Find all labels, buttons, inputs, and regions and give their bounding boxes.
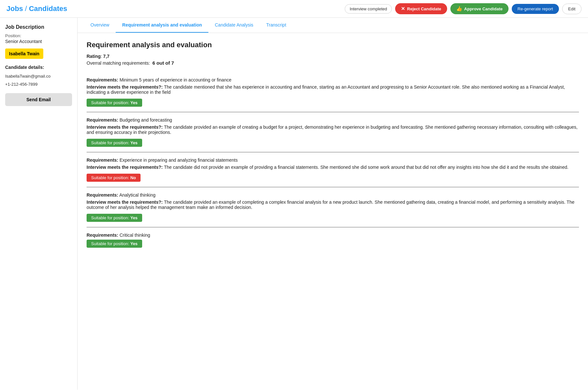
jobs-link[interactable]: Jobs xyxy=(6,5,23,13)
meets-requirements-text: Interview meets the requirements?: The c… xyxy=(87,165,579,170)
meets-label: Interview meets the requirements?: xyxy=(87,165,163,170)
suitable-badge: Suitable for position: No xyxy=(87,174,141,182)
suitable-value: Yes xyxy=(130,100,137,105)
regenerate-report-button[interactable]: Re-generate report xyxy=(512,4,559,14)
suitable-label: Suitable for position: xyxy=(91,140,129,145)
suitable-badge: Suitable for position: Yes xyxy=(87,240,142,248)
breadcrumb: Jobs / Candidates xyxy=(6,5,67,13)
send-email-button[interactable]: Send Email xyxy=(5,93,72,106)
tab-transcript[interactable]: Transcript xyxy=(260,18,293,33)
requirement-block: Requirements: Critical thinkingSuitable … xyxy=(87,227,579,253)
candidate-name-badge: Isabella Twain xyxy=(5,49,43,59)
position-value: Senior Accountant xyxy=(5,39,72,44)
requirement-block: Requirements: Minimum 5 years of experie… xyxy=(87,72,579,112)
matching-line: Overral matching requirements: 6 out of … xyxy=(87,60,579,66)
rating-line: Rating: 7,7 xyxy=(87,54,579,59)
main-content: Overview Requirement analysis and evalua… xyxy=(78,18,588,390)
requirement-text: Requirements: Critical thinking xyxy=(87,233,579,238)
job-description-title: Job Description xyxy=(5,24,72,30)
suitable-label: Suitable for position: xyxy=(91,175,129,180)
reject-candidate-button[interactable]: ✕ Reject Candidate xyxy=(395,3,447,14)
tab-candidate-analysis[interactable]: Candidate Analysis xyxy=(208,18,260,33)
meets-label: Interview meets the requirements?: xyxy=(87,125,163,130)
reject-label: Reject Candidate xyxy=(407,6,441,11)
rating-value: 7,7 xyxy=(103,54,109,59)
req-label: Requirements: xyxy=(87,157,118,163)
tab-bar: Overview Requirement analysis and evalua… xyxy=(78,18,588,33)
approve-candidate-button[interactable]: 👍 Approve Candidate xyxy=(450,3,509,14)
suitable-value: Yes xyxy=(130,215,137,220)
requirement-block: Requirements: Analytical thinkingIntervi… xyxy=(87,187,579,227)
approve-icon: 👍 xyxy=(456,6,462,12)
req-label: Requirements: xyxy=(87,117,118,123)
reject-icon: ✕ xyxy=(401,6,405,12)
meets-requirements-text: Interview meets the requirements?: The c… xyxy=(87,125,579,135)
candidate-email: IsabellaTwain@gmail.co xyxy=(5,74,72,79)
suitable-label: Suitable for position: xyxy=(91,215,129,220)
tab-overview[interactable]: Overview xyxy=(84,18,116,33)
sidebar: Job Description Position: Senior Account… xyxy=(0,18,78,390)
header-actions: Interview completed ✕ Reject Candidate 👍… xyxy=(345,3,582,14)
meets-label: Interview meets the requirements?: xyxy=(87,200,163,205)
rating-label: Rating xyxy=(87,54,101,59)
suitable-badge: Suitable for position: Yes xyxy=(87,139,142,147)
meets-label: Interview meets the requirements?: xyxy=(87,84,163,90)
candidates-link[interactable]: Candidates xyxy=(29,5,67,13)
requirement-text: Requirements: Experience in preparing an… xyxy=(87,157,579,163)
meets-requirements-text: Interview meets the requirements?: The c… xyxy=(87,84,579,95)
suitable-value: Yes xyxy=(130,140,137,145)
requirement-block: Requirements: Experience in preparing an… xyxy=(87,152,579,187)
position-label: Position: xyxy=(5,33,72,38)
req-label: Requirements: xyxy=(87,192,118,198)
approve-label: Approve Candidate xyxy=(464,6,503,11)
requirement-block: Requirements: Budgeting and forecastingI… xyxy=(87,112,579,152)
requirement-text: Requirements: Budgeting and forecasting xyxy=(87,117,579,123)
requirement-text: Requirements: Minimum 5 years of experie… xyxy=(87,77,579,82)
edit-button[interactable]: Edit xyxy=(562,4,582,14)
suitable-value: No xyxy=(130,175,136,180)
meets-requirements-text: Interview meets the requirements?: The c… xyxy=(87,200,579,210)
suitable-badge: Suitable for position: Yes xyxy=(87,214,142,222)
candidate-phone: +1-212-456-7899 xyxy=(5,82,72,87)
req-label: Requirements: xyxy=(87,77,118,82)
candidate-details-title: Candidate details: xyxy=(5,65,72,70)
suitable-value: Yes xyxy=(130,241,137,246)
requirements-list: Requirements: Minimum 5 years of experie… xyxy=(87,72,579,253)
suitable-label: Suitable for position: xyxy=(91,100,129,105)
section-title: Requirement analysis and evaluation xyxy=(87,41,579,49)
tab-requirement-analysis[interactable]: Requirement analysis and evaluation xyxy=(116,18,208,33)
req-label: Requirements: xyxy=(87,233,118,238)
requirement-text: Requirements: Analytical thinking xyxy=(87,192,579,198)
header: Jobs / Candidates Interview completed ✕ … xyxy=(0,0,588,18)
interview-status-badge: Interview completed xyxy=(345,4,392,14)
main-layout: Job Description Position: Senior Account… xyxy=(0,18,588,390)
breadcrumb-slash: / xyxy=(25,5,27,13)
matching-label: Overral matching requirements: xyxy=(87,60,150,66)
suitable-label: Suitable for position: xyxy=(91,241,129,246)
suitable-badge: Suitable for position: Yes xyxy=(87,99,142,107)
content-area: Requirement analysis and evaluation Rati… xyxy=(78,33,588,261)
matching-value: 6 out of 7 xyxy=(152,60,174,66)
